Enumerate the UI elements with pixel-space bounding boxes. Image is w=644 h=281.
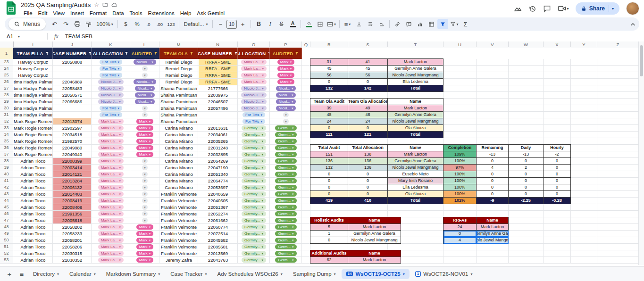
cell-ella-allocation[interactable]: Nicolo J...▾ xyxy=(92,92,130,98)
cell-ola-case[interactable]: 22046507 xyxy=(199,99,237,105)
summary-cell-remaining[interactable]: Remaining xyxy=(477,145,509,151)
cell-ola-audited[interactable]: Germ...▾ xyxy=(270,171,301,177)
tab-menu-caret[interactable]: ▾ xyxy=(158,272,160,276)
column-header-P[interactable]: P xyxy=(270,41,302,47)
column-header-U[interactable]: U xyxy=(443,41,477,47)
cell-ola-name[interactable]: Jeremy Zafra xyxy=(160,257,198,263)
cell-ola-name[interactable]: Remiel Diego xyxy=(160,79,198,85)
cell-ola-case[interactable]: 22064269 xyxy=(199,158,237,164)
dropdown-chip-mark-la[interactable]: Mark La...▾ xyxy=(98,198,124,203)
summary-cell-0[interactable]: 0 xyxy=(477,178,509,184)
filter-header-audited-P[interactable]: AUDITED xyxy=(270,48,302,59)
cell-ola-case[interactable]: 22064774 xyxy=(199,178,237,184)
cell-ella-name[interactable]: Harvey Corpuz xyxy=(14,66,52,72)
summary-cell-142[interactable]: 142 xyxy=(348,85,388,92)
cell-ola-audited[interactable]: Germ...▾ xyxy=(270,125,301,131)
summary-cell-136[interactable]: 136 xyxy=(348,165,388,171)
sheet-tab-adv-schedules-wsoct26[interactable]: Adv Schedules WSOct26▾ xyxy=(213,269,287,279)
dropdown-chip-empty[interactable]: ▾ xyxy=(142,218,148,223)
summary-cell-0[interactable]: 0 xyxy=(348,171,388,178)
cell-ola-audited[interactable]: Germ...▾ xyxy=(270,165,301,171)
cell-ella-allocation[interactable]: Nicolo J...▾ xyxy=(92,85,130,91)
cell-ola-allocation[interactable]: Germily...▾ xyxy=(238,145,269,151)
cell-ola-name[interactable]: Franklin Velmonte xyxy=(160,244,198,250)
cell-ella-audited[interactable]: Mark▾ xyxy=(131,231,159,237)
summary-cell-0[interactable]: 0 xyxy=(509,158,544,165)
cell-ola-audited[interactable]: Germ...▾ xyxy=(270,231,301,237)
summary-cell-total[interactable]: Total xyxy=(388,85,443,92)
cell-ella-case[interactable]: 22049040 xyxy=(53,151,91,157)
cell-ola-allocation[interactable]: Germily...▾ xyxy=(238,178,269,184)
dropdown-chip-empty[interactable]: ▾ xyxy=(142,172,148,177)
summary-cell-138[interactable]: 138 xyxy=(348,151,388,158)
column-header-R[interactable]: R xyxy=(310,41,348,47)
format-currency-button[interactable]: $ xyxy=(120,19,131,29)
cell-ella-case[interactable] xyxy=(53,112,91,118)
cell-ola-name[interactable]: Remiel Diego xyxy=(160,59,198,65)
dropdown-chip-germ[interactable]: Germ...▾ xyxy=(275,185,296,190)
summary-cell-45[interactable]: 45 xyxy=(310,66,348,72)
summary-cell-team-ola-audit[interactable]: Team Ola Audit xyxy=(310,99,348,105)
summary-cell-9[interactable]: -9 xyxy=(477,198,509,204)
tab-menu-caret[interactable]: ▾ xyxy=(205,272,207,276)
summary-cell-olo-jewel-mangm[interactable]: olo Jewel Mangm xyxy=(477,237,509,244)
cell-ella-audited[interactable]: ▾ xyxy=(131,112,159,118)
dropdown-chip-nicol[interactable]: Nicol...▾ xyxy=(276,86,296,91)
cell-ola-audited[interactable]: Germ...▾ xyxy=(270,244,301,250)
summary-cell-2[interactable]: -2 xyxy=(544,151,571,158)
cell-ella-audited[interactable]: ▾ xyxy=(131,217,159,223)
dropdown-chip-mark-la[interactable]: Mark La...▾ xyxy=(241,59,267,65)
summary-cell-136[interactable]: 136 xyxy=(348,158,388,165)
share-button[interactable]: Share ▾ xyxy=(576,2,619,15)
row-header-32[interactable]: 32 xyxy=(0,118,13,124)
bold-button[interactable]: B xyxy=(253,19,264,29)
tab-menu-caret[interactable]: ▾ xyxy=(281,272,283,276)
cell-ola-allocation[interactable]: Germily...▾ xyxy=(238,257,269,263)
cell-ella-audited[interactable]: ▾ xyxy=(131,184,159,190)
cell-ola-case[interactable]: 22031248 xyxy=(199,145,237,151)
document-title[interactable]: 2025 QA Sampling/Audits xyxy=(21,1,91,8)
dropdown-chip-nicol[interactable]: Nicol...▾ xyxy=(276,106,296,111)
cell-ola-name[interactable]: Carina Mirano xyxy=(160,158,198,164)
cell-ola-case[interactable]: RRFA - SME xyxy=(199,66,237,72)
summary-cell-0[interactable]: 0 xyxy=(544,165,571,171)
summary-cell-41[interactable]: 41 xyxy=(348,59,388,66)
dropdown-chip-mark[interactable]: Mark▾ xyxy=(136,152,153,157)
summary-cell-2[interactable]: 2 xyxy=(509,165,544,171)
cell-ella-case[interactable] xyxy=(53,66,91,72)
cell-ella-case[interactable] xyxy=(53,105,91,111)
dropdown-chip-germ[interactable]: Germ...▾ xyxy=(275,211,296,216)
user-avatar[interactable] xyxy=(626,2,639,15)
dropdown-chip-mark[interactable]: Mark▾ xyxy=(136,257,153,263)
summary-cell-102[interactable]: 102% xyxy=(443,198,477,204)
row-header-35[interactable]: 35 xyxy=(0,138,13,144)
summary-cell-0[interactable]: 0 xyxy=(509,191,544,198)
summary-cell-56[interactable]: 56 xyxy=(348,72,388,79)
cell-ola-case[interactable] xyxy=(199,112,237,118)
filter-header-case-number-N[interactable]: CASE NUMBER xyxy=(198,48,238,59)
dropdown-chip-mark-la[interactable]: Mark La...▾ xyxy=(98,218,124,223)
meet-camera-icon[interactable]: ▾ xyxy=(558,4,569,13)
cell-ola-name[interactable]: Franklin Velmonte xyxy=(160,217,198,223)
summary-cell-ola-abuiza[interactable]: Ola Abuiza xyxy=(388,191,443,198)
summary-cell-team-ola-allocation[interactable]: Team Ola Allocation xyxy=(348,99,388,105)
cell-ola-case[interactable]: RRFA - SME xyxy=(199,79,237,85)
cell-ola-audited[interactable]: Germ...▾ xyxy=(270,184,301,190)
cell-ola-audited[interactable]: Mark▾ xyxy=(270,72,301,78)
dropdown-chip-germily[interactable]: Germily...▾ xyxy=(242,178,266,183)
cell-ella-name[interactable]: Adrian Tioco xyxy=(14,158,52,164)
dropdown-chip-empty[interactable]: ▾ xyxy=(142,112,148,117)
column-header-V[interactable]: V xyxy=(477,41,509,47)
dropdown-chip-empty[interactable]: ▾ xyxy=(142,205,148,210)
cell-ella-audited[interactable]: Nicolo...▾ xyxy=(131,79,159,85)
redo-button[interactable]: ↷ xyxy=(60,19,71,29)
dropdown-chip-mark-la[interactable]: Mark La...▾ xyxy=(98,211,124,216)
cell-ola-allocation[interactable]: Nicolo J...▾ xyxy=(238,105,269,111)
dropdown-chip-germily[interactable]: Germily...▾ xyxy=(242,145,266,150)
summary-cell-ella-ledesma[interactable]: Ella Ledesma xyxy=(388,79,443,85)
cell-ola-case[interactable]: 22040659 xyxy=(199,191,237,197)
dropdown-chip-mark-la[interactable]: Mark La...▾ xyxy=(98,158,124,164)
dropdown-chip-germily[interactable]: Germily...▾ xyxy=(242,152,266,157)
dropdown-chip-mark-la[interactable]: Mark La...▾ xyxy=(98,119,124,124)
dropdown-chip-germily[interactable]: Germily...▾ xyxy=(242,198,266,203)
